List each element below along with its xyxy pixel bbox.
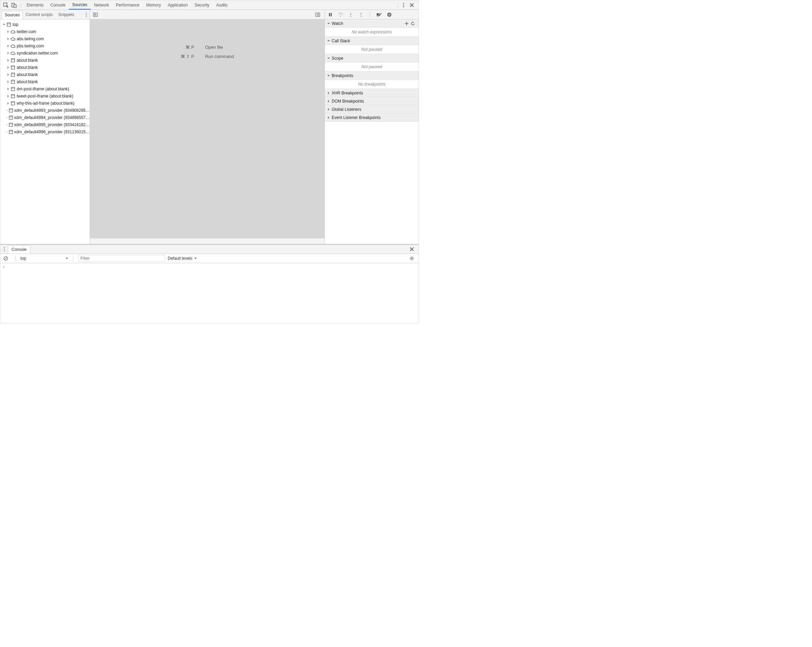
svg-rect-23 bbox=[11, 102, 15, 105]
inspect-element-icon[interactable] bbox=[2, 2, 9, 9]
nav-tab-snippets[interactable]: Snippets bbox=[56, 11, 77, 18]
chevron-right-icon bbox=[6, 59, 10, 62]
chevron-down-icon bbox=[327, 39, 330, 43]
cloud-icon bbox=[11, 29, 15, 34]
tree-item[interactable]: xdm_default4995_provider (933416162… bbox=[0, 121, 90, 128]
tree-item[interactable]: pbs.twimg.com bbox=[0, 42, 90, 49]
tab-console[interactable]: Console bbox=[47, 0, 69, 9]
chevron-down-icon bbox=[327, 74, 330, 77]
context-value: top bbox=[20, 256, 26, 261]
tree-item[interactable]: about:blank bbox=[0, 64, 90, 71]
close-icon[interactable] bbox=[408, 2, 415, 9]
panel-xhr-breakpoints[interactable]: XHR Breakpoints bbox=[325, 89, 418, 97]
tree-root[interactable]: top bbox=[0, 21, 90, 28]
kebab-menu-icon[interactable] bbox=[2, 246, 6, 252]
tree-label: twitter.com bbox=[17, 29, 36, 34]
log-levels-select[interactable]: Default levels bbox=[168, 256, 197, 261]
tree-item[interactable]: about:blank bbox=[0, 78, 90, 85]
kebab-menu-icon[interactable] bbox=[400, 2, 407, 9]
svg-rect-19 bbox=[11, 87, 15, 91]
close-icon[interactable] bbox=[408, 246, 415, 253]
chevron-right-icon bbox=[6, 30, 10, 34]
svg-point-51 bbox=[4, 247, 5, 248]
gear-icon[interactable] bbox=[408, 255, 415, 262]
panel-breakpoints[interactable]: Breakpoints bbox=[325, 72, 418, 80]
tab-elements[interactable]: Elements bbox=[23, 0, 47, 9]
chevron-right-icon bbox=[327, 108, 330, 111]
panel-tabs: Elements Console Sources Network Perform… bbox=[23, 0, 231, 9]
navigator-pane: Sources Content scripts Snippets top twi… bbox=[0, 10, 90, 244]
show-navigator-icon[interactable] bbox=[92, 11, 99, 18]
chevron-right-icon bbox=[6, 95, 10, 98]
tree-item[interactable]: syndication.twitter.com bbox=[0, 49, 90, 56]
clear-console-icon[interactable] bbox=[2, 255, 9, 262]
cloud-icon bbox=[11, 44, 15, 49]
nav-tab-sources[interactable]: Sources bbox=[2, 11, 23, 19]
svg-rect-9 bbox=[7, 23, 11, 26]
tree-label: xdm_default4993_provider (934908295… bbox=[14, 108, 90, 113]
frame-icon bbox=[9, 108, 13, 113]
svg-rect-48 bbox=[390, 14, 390, 16]
divider bbox=[370, 12, 370, 17]
frame-icon bbox=[11, 72, 15, 77]
tree-item[interactable]: tweet-post-iframe (about:blank) bbox=[0, 92, 90, 99]
chevron-right-icon bbox=[327, 99, 330, 103]
tree-item[interactable]: dm-post-iframe (about:blank) bbox=[0, 85, 90, 92]
tree-item[interactable]: twitter.com bbox=[0, 28, 90, 35]
nav-tab-content-scripts[interactable]: Content scripts bbox=[23, 11, 56, 18]
tree-item[interactable]: why-this-ad-frame (about:blank) bbox=[0, 99, 90, 107]
refresh-icon[interactable] bbox=[411, 21, 415, 26]
panel-dom-breakpoints[interactable]: DOM Breakpoints bbox=[325, 97, 418, 105]
tab-performance[interactable]: Performance bbox=[113, 0, 143, 9]
tree-label: syndication.twitter.com bbox=[17, 51, 58, 56]
tab-network[interactable]: Network bbox=[91, 0, 113, 9]
tab-application[interactable]: Application bbox=[164, 0, 191, 9]
context-select[interactable]: top bbox=[20, 256, 68, 261]
panel-global-listeners[interactable]: Global Listeners bbox=[325, 105, 418, 113]
kebab-menu-icon[interactable] bbox=[84, 12, 88, 18]
tree-item[interactable]: about:blank bbox=[0, 71, 90, 78]
tab-security[interactable]: Security bbox=[191, 0, 213, 9]
panel-scope[interactable]: Scope bbox=[325, 54, 418, 63]
frame-icon bbox=[9, 122, 13, 127]
show-debugger-icon[interactable] bbox=[314, 11, 321, 18]
panel-callstack[interactable]: Call Stack bbox=[325, 37, 418, 45]
drawer-tab-console[interactable]: Console bbox=[8, 246, 31, 253]
tab-audits[interactable]: Audits bbox=[213, 0, 231, 9]
svg-rect-37 bbox=[329, 13, 330, 16]
svg-point-4 bbox=[403, 5, 404, 5]
callstack-body: Not paused bbox=[325, 45, 418, 54]
tree-item[interactable]: xdm_default4993_provider (934908295… bbox=[0, 107, 90, 114]
divider bbox=[398, 2, 398, 8]
pause-on-exceptions-icon[interactable] bbox=[386, 11, 393, 18]
tree-item[interactable]: abs.twimg.com bbox=[0, 35, 90, 42]
panel-title: Watch bbox=[332, 21, 343, 26]
deactivate-breakpoints-icon[interactable] bbox=[375, 11, 383, 18]
tree-label: abs.twimg.com bbox=[17, 37, 44, 41]
tab-memory[interactable]: Memory bbox=[143, 0, 164, 9]
editor-placeholder: ⌘ P Open file ⌘ ⇧ P Run command bbox=[90, 20, 325, 238]
cloud-icon bbox=[11, 51, 15, 56]
panel-title: Event Listener Breakpoints bbox=[332, 115, 380, 120]
log-levels-label: Default levels bbox=[168, 256, 192, 261]
svg-rect-21 bbox=[11, 95, 15, 98]
filter-input[interactable] bbox=[78, 255, 165, 262]
scope-body: Not paused bbox=[325, 63, 418, 72]
tree-item[interactable]: xdm_default4994_provider (934896557… bbox=[0, 114, 90, 121]
tree-item[interactable]: about:blank bbox=[0, 56, 90, 64]
step-into-icon[interactable] bbox=[347, 11, 354, 18]
step-out-icon[interactable] bbox=[357, 11, 365, 18]
console-body[interactable]: › bbox=[0, 263, 418, 323]
svg-point-43 bbox=[361, 16, 362, 17]
tree-label: about:blank bbox=[17, 72, 38, 77]
tree-label: dm-post-iframe (about:blank) bbox=[17, 87, 69, 92]
panel-watch[interactable]: Watch bbox=[325, 20, 418, 27]
add-icon[interactable] bbox=[404, 21, 409, 26]
pause-icon[interactable] bbox=[327, 11, 334, 18]
device-toolbar-icon[interactable] bbox=[11, 2, 17, 9]
panel-title: Scope bbox=[332, 56, 343, 61]
step-over-icon[interactable] bbox=[337, 11, 344, 18]
tree-item[interactable]: xdm_default4996_provider (931136015… bbox=[0, 128, 90, 135]
tab-sources[interactable]: Sources bbox=[69, 0, 91, 9]
panel-event-breakpoints[interactable]: Event Listener Breakpoints bbox=[325, 113, 418, 122]
